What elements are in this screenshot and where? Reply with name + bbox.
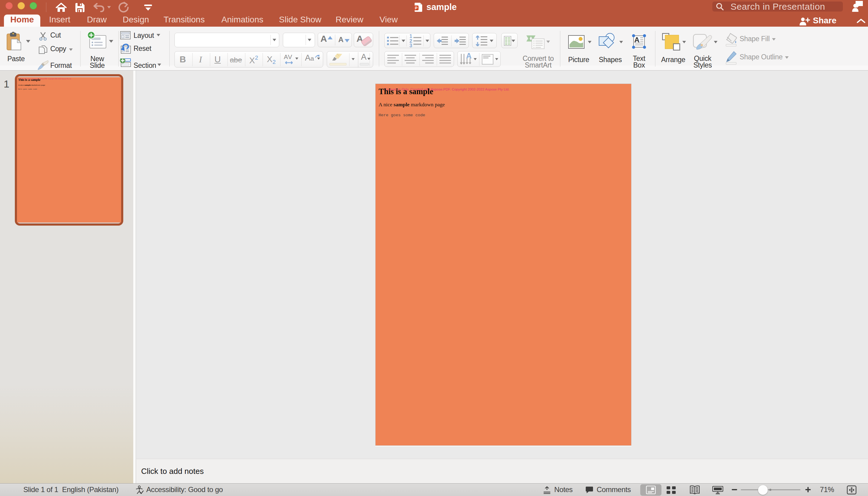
svg-text:A: A <box>634 36 639 44</box>
svg-text:P: P <box>415 6 418 10</box>
